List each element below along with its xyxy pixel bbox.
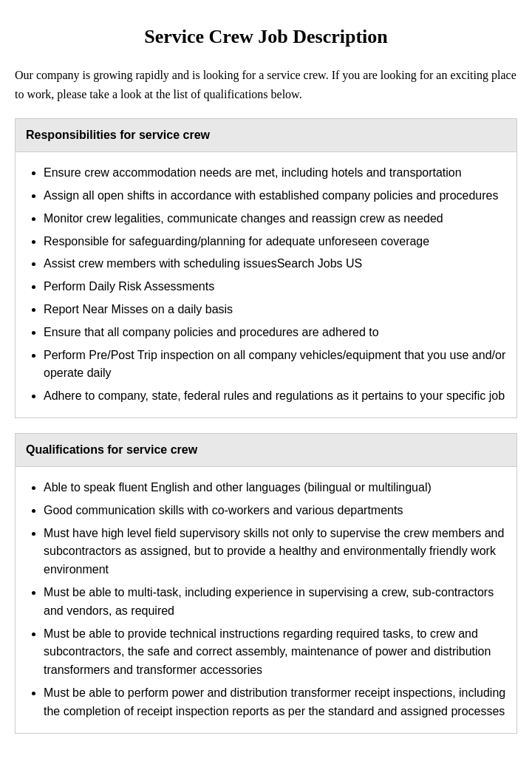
list-item: Assist crew members with scheduling issu… [44, 255, 506, 273]
list-item: Report Near Misses on a daily basis [44, 301, 506, 319]
list-item: Monitor crew legalities, communicate cha… [44, 210, 506, 228]
list-item: Responsible for safeguarding/planning fo… [44, 233, 506, 251]
qualifications-header: Qualifications for service crew [15, 433, 517, 467]
list-item: Must be able to multi-task, including ex… [44, 584, 506, 621]
intro-paragraph: Our company is growing rapidly and is lo… [15, 66, 517, 103]
list-item: Must be able to provide technical instru… [44, 625, 506, 680]
list-item: Ensure that all company policies and pro… [44, 324, 506, 342]
list-item: Ensure crew accommodation needs are met,… [44, 164, 506, 183]
responsibilities-section: Responsibilities for service crew Ensure… [15, 118, 517, 418]
list-item: Must be able to perform power and distri… [44, 684, 506, 721]
list-item: Assign all open shifts in accordance wit… [44, 187, 506, 205]
qualifications-list: Able to speak fluent English and other l… [26, 479, 506, 721]
responsibilities-content: Ensure crew accommodation needs are met,… [15, 152, 517, 418]
qualifications-section: Qualifications for service crew Able to … [15, 433, 517, 734]
list-item: Perform Daily Risk Assessments [44, 278, 506, 296]
list-item: Must have high level field supervisory s… [44, 525, 506, 579]
responsibilities-list: Ensure crew accommodation needs are met,… [26, 164, 506, 406]
list-item: Able to speak fluent English and other l… [44, 479, 506, 497]
responsibilities-header: Responsibilities for service crew [15, 118, 517, 152]
list-item: Adhere to company, state, federal rules … [44, 387, 506, 406]
list-item: Perform Pre/Post Trip inspection on all … [44, 347, 506, 383]
list-item: Good communication skills with co-worker… [44, 502, 506, 520]
qualifications-content: Able to speak fluent English and other l… [15, 467, 517, 734]
page-title: Service Crew Job Description [15, 22, 517, 51]
